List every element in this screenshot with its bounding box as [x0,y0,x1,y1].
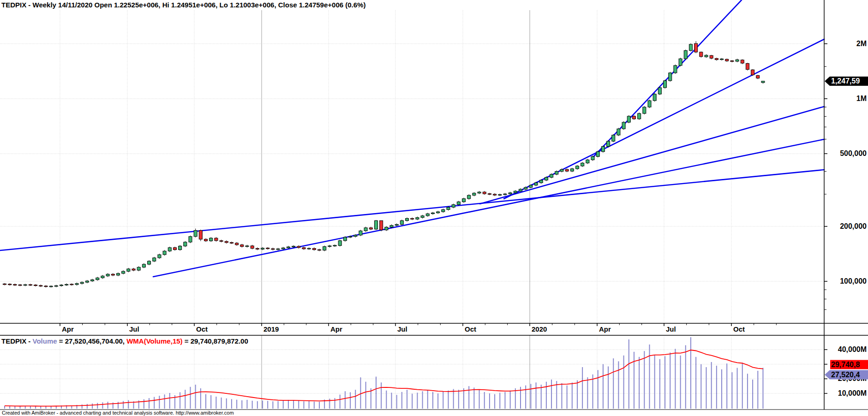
candle-up [643,107,646,113]
candle-down [199,231,202,239]
candle-up [720,59,724,60]
candle-up [406,219,409,221]
candle-up [457,202,460,205]
date-tick-label: Oct [196,325,208,333]
candle-up [276,249,280,250]
candle-down [488,194,491,195]
candle-down [271,249,275,250]
candle-up [91,280,94,281]
candle-up [416,218,419,219]
candle-down [312,249,316,250]
candle-up [374,220,377,229]
candle-up [524,187,527,189]
candle-up [354,235,357,237]
candle-up [245,246,249,247]
volume-value: 27,520,456,704.00 [65,337,123,345]
price-axis-label: 1M [856,95,867,102]
candle-down [411,219,414,220]
candle-down [132,269,135,270]
candle-down [111,274,114,275]
candle-up [550,174,553,178]
volume-separator: , [123,337,126,345]
candle-up [281,248,285,249]
candle-up [648,101,651,107]
candle-up [669,73,672,81]
wma-value-tag-text: 29,740,8 [831,361,860,368]
candle-up [54,285,58,286]
candle-up [555,172,558,174]
candle-up [349,237,352,238]
candle-up [158,255,161,258]
candle-up [189,237,192,242]
candle-down [751,70,754,75]
candle-down [565,169,569,171]
candle-up [333,245,336,246]
candle-up [679,59,682,65]
candle-up [80,282,84,284]
candle-up [179,246,182,250]
candle-down [204,239,208,241]
candle-up [148,261,151,264]
candle-up [85,281,89,282]
candle-up [359,231,362,235]
price-close-tag-text: 1,247,59 [831,77,860,85]
date-tick-label: Oct [733,325,745,333]
candle-up [581,163,584,166]
candle-up [622,122,625,129]
candle-up [116,273,120,275]
candle-up [385,227,388,230]
candle-up [612,135,615,141]
price-axis-label: 500,000 [840,149,867,157]
candle-down [39,285,42,286]
candle-up [684,51,687,59]
candle-up [261,248,264,249]
candle-up [210,238,213,241]
candle-up [426,214,429,215]
candle-up [390,226,393,227]
candle-up [509,193,512,194]
candle-up [163,251,166,255]
candle-up [65,284,68,285]
candle-down [29,285,32,285]
date-tick-label: 2019 [263,325,279,333]
candle-up [292,246,295,247]
candle-up [545,178,548,180]
volume-axis-label: 10,000M [838,389,867,397]
candle-up [586,160,589,163]
date-tick-label: Jul [397,325,407,333]
candle-up [127,269,130,271]
candle-up [142,264,145,267]
candle-up [514,191,517,193]
candle-up [323,247,326,250]
volume-value-tag-text: 27,520,4 [831,371,860,379]
volume-axis-label: 40,000M [838,345,867,353]
volume-pane-title: TEDPIX - Volume = 27,520,456,704.00, WMA… [1,337,248,345]
candle-up [503,194,507,195]
candle-up [462,199,466,202]
candle-up [395,225,398,226]
candle-up [168,248,171,251]
candle-up [478,192,481,193]
candle-down [266,248,269,249]
candle-up [452,205,455,208]
candle-down [369,228,372,229]
date-tick-label: Apr [599,325,611,333]
date-tick-label: 2020 [532,325,547,333]
candle-down [493,194,497,195]
candle-down [8,284,12,285]
candle-up [184,242,187,246]
candle-up [24,285,27,285]
candle-up [591,156,594,160]
candle-up [601,147,605,152]
price-axis-label: 100,000 [840,277,867,285]
candle-down [173,248,176,250]
status-bar-text: Created with AmiBroker - advanced charti… [2,410,234,416]
candle-down [297,246,300,248]
candle-down [741,60,744,63]
candle-up [467,195,471,198]
candle-down [34,285,37,286]
candle-up [343,237,347,241]
candle-up [442,209,445,212]
date-axis-band [0,323,824,335]
candle-up [338,241,341,246]
